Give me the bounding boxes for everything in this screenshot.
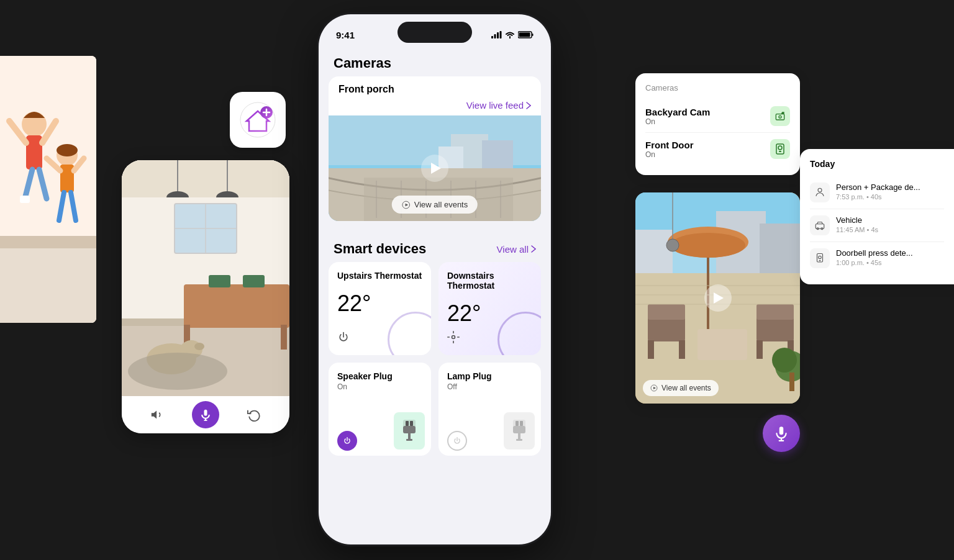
play-triangle — [431, 163, 441, 174]
kids-photo — [0, 56, 96, 323]
doorbell-event-svg — [814, 253, 825, 264]
svg-rect-39 — [281, 325, 287, 350]
camera-row-frontdoor[interactable]: Front Door On — [645, 133, 790, 165]
view-all-link[interactable]: View all — [497, 244, 536, 255]
status-time: 9:41 — [336, 30, 355, 40]
app-icon[interactable] — [230, 92, 286, 148]
backyard-cam-toggle[interactable] — [770, 106, 790, 126]
event-row-0[interactable]: Person + Package de... 7:53 p.m. • 40s — [810, 176, 944, 209]
svg-point-93 — [778, 146, 782, 150]
svg-point-128 — [819, 256, 822, 259]
wifi-icon — [505, 31, 515, 38]
speaker-button[interactable] — [146, 404, 168, 426]
svg-rect-108 — [648, 340, 654, 359]
svg-marker-46 — [152, 411, 157, 419]
svg-rect-81 — [408, 433, 411, 440]
power-icon[interactable] — [337, 331, 350, 346]
home-plus-icon — [239, 101, 276, 138]
feed-play-button[interactable] — [704, 284, 732, 312]
svg-rect-112 — [756, 304, 794, 320]
thermostat-dial — [388, 312, 431, 355]
svg-rect-130 — [779, 427, 784, 435]
camera-icon — [775, 111, 785, 121]
microphone-icon — [773, 425, 789, 441]
event-row-2[interactable]: Doorbell press dete... 1:00 p.m. • 45s — [810, 242, 944, 274]
downstairs-thermostat-card[interactable]: Downstairs Thermostat 22° — [438, 262, 541, 355]
voice-panel — [122, 160, 289, 433]
svg-rect-50 — [491, 36, 493, 38]
phone-content[interactable]: Cameras Front porch View live feed — [319, 45, 551, 544]
feed-view-events-btn[interactable]: View all events — [643, 380, 719, 396]
svg-rect-51 — [494, 34, 496, 38]
svg-point-116 — [772, 348, 797, 373]
camera-row-frontdoor-info: Front Door On — [645, 140, 693, 159]
status-icons — [491, 31, 534, 38]
svg-marker-71 — [406, 203, 409, 206]
svg-rect-60 — [482, 140, 513, 168]
feed-play-icon — [650, 384, 658, 392]
camera-thumbnail[interactable]: View all events — [329, 115, 541, 221]
phone-screen: 9:41 — [319, 14, 551, 544]
voice-fab-button[interactable] — [763, 415, 800, 452]
devices-grid: Upstairs Thermostat 22° Downstairs Ther — [319, 262, 551, 456]
replay-button[interactable] — [243, 404, 265, 426]
camera-row-backyard[interactable]: Backyard Cam On — [645, 100, 790, 133]
svg-point-103 — [671, 233, 745, 258]
speaker-power-on[interactable] — [337, 431, 357, 451]
svg-rect-53 — [500, 31, 502, 38]
svg-rect-94 — [779, 151, 781, 152]
phone-frame: 9:41 — [317, 12, 553, 546]
svg-rect-106 — [648, 317, 685, 341]
events-panel-title: Today — [810, 159, 944, 169]
vehicle-icon — [810, 215, 830, 235]
view-live-feed-link[interactable]: View live feed — [466, 100, 531, 111]
lamp-plug-icon — [504, 412, 535, 449]
svg-rect-110 — [697, 329, 747, 360]
svg-rect-84 — [516, 421, 519, 426]
thermostat-icon[interactable] — [447, 331, 460, 346]
view-all-events-btn[interactable]: View all events — [392, 196, 478, 214]
power-on-icon — [343, 436, 352, 445]
svg-rect-4 — [26, 135, 42, 169]
front-porch-card[interactable]: Front porch View live feed — [329, 76, 541, 221]
phone-notch — [398, 22, 472, 43]
svg-rect-37 — [184, 284, 289, 328]
front-porch-label: Front porch — [329, 76, 541, 100]
svg-rect-40 — [209, 275, 230, 287]
kitchen-illustration — [122, 160, 289, 396]
speaker-plug-icon — [394, 412, 425, 449]
svg-marker-122 — [653, 387, 656, 389]
svg-rect-99 — [635, 230, 673, 273]
kids-illustration — [0, 56, 96, 323]
car-event-icon — [814, 220, 825, 231]
smart-devices-header: Smart devices View all — [319, 231, 551, 262]
speaker-plug-card[interactable]: Speaker Plug On — [329, 363, 431, 456]
frontdoor-cam-toggle[interactable] — [770, 139, 790, 159]
svg-rect-85 — [520, 421, 523, 426]
svg-rect-16 — [20, 196, 30, 203]
svg-rect-79 — [410, 421, 413, 426]
lamp-plug-icon-svg — [510, 420, 529, 442]
camera-row-info: Backyard Cam On — [645, 107, 710, 126]
signal-icon — [491, 31, 502, 38]
chevron-right-icon — [526, 102, 531, 109]
upstairs-thermostat-card[interactable]: Upstairs Thermostat 22° — [329, 262, 431, 355]
battery-icon — [518, 31, 534, 38]
svg-rect-111 — [756, 317, 794, 341]
svg-rect-107 — [648, 304, 685, 320]
lamp-plug-card[interactable]: Lamp Plug Off — [438, 363, 541, 456]
lamp-power-off[interactable] — [447, 431, 467, 451]
mic-button[interactable] — [192, 401, 219, 428]
smart-devices-title: Smart devices — [334, 241, 426, 257]
event-row-1[interactable]: Vehicle 11:45 AM • 4s — [810, 209, 944, 242]
play-button[interactable] — [421, 155, 448, 182]
svg-rect-109 — [679, 340, 685, 359]
doorbell-event-icon — [810, 248, 830, 268]
cameras-panel-title: Cameras — [645, 83, 790, 93]
svg-point-105 — [666, 239, 679, 251]
cameras-title: Cameras — [334, 55, 391, 71]
camera-feed-panel[interactable]: View all events — [635, 192, 800, 404]
svg-point-123 — [818, 188, 822, 192]
svg-rect-10 — [60, 165, 74, 192]
cameras-list-panel: Cameras Backyard Cam On Front Door On — [635, 73, 800, 175]
